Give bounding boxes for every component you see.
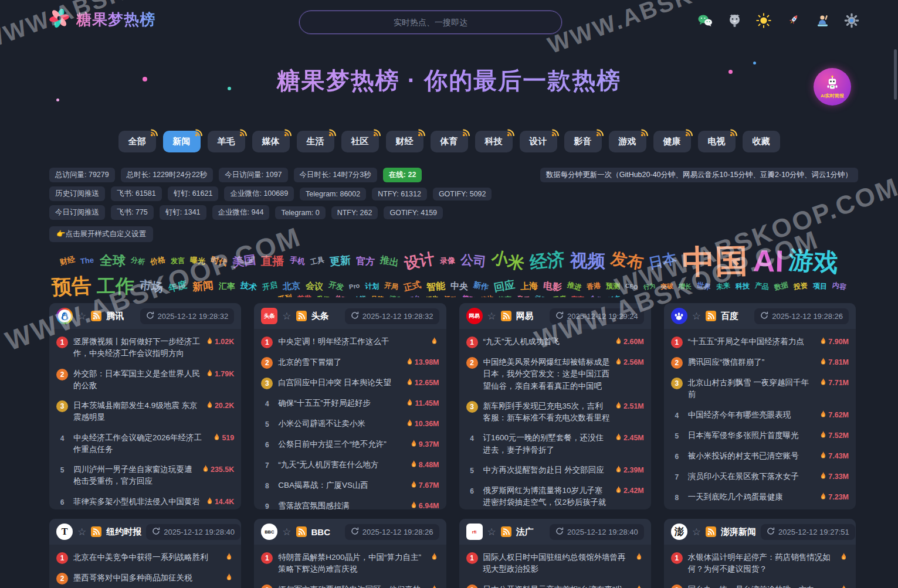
hot-list-item[interactable]: 1 中央定调！明年经济工作这么干 [261, 332, 439, 352]
wordcloud-word[interactable]: 美国 [231, 254, 256, 268]
hot-list-item[interactable]: 8 CBA揭幕战：广厦VS山西 7.67M [261, 475, 439, 496]
wordcloud-word[interactable]: 品牌 [371, 296, 384, 297]
hot-list-item[interactable]: 4 确保“十五五”开好局起好步 11.45M [261, 393, 439, 414]
refresh-icon[interactable] [767, 527, 775, 537]
favorite-star-icon[interactable]: ☆ [487, 527, 496, 537]
wordcloud-word[interactable]: 录像 [439, 257, 455, 265]
refresh-timestamp[interactable]: 2025-12-12 19:28:32 [140, 308, 235, 324]
wordcloud-word[interactable]: 中央 [450, 281, 469, 291]
hot-list-item[interactable]: 4 订1600元一晚的别墅套餐，还没住进去，妻子摔骨折了 2.45M [466, 428, 644, 460]
wordcloud-word[interactable]: 版本 [607, 295, 621, 297]
wordcloud-word[interactable]: 会议 [305, 281, 323, 291]
wordcloud-word[interactable]: 工具 [310, 256, 325, 266]
tab-科技[interactable]: 科技 [475, 131, 513, 152]
hot-list-item[interactable]: 5 小米公司辟谣不让卖小米 10.36M [261, 414, 439, 434]
tab-羊毛[interactable]: 羊毛 [208, 131, 245, 152]
tab-全部[interactable]: 全部 [118, 131, 156, 152]
hot-list-item[interactable]: 9 白宫的回应让日本舆论失望了 7.14M [671, 508, 849, 510]
favorite-star-icon[interactable]: ☆ [77, 311, 86, 321]
wordcloud-word[interactable]: 市场 [139, 279, 164, 293]
wordcloud-word[interactable]: 开局 [384, 282, 399, 291]
tab-游戏[interactable]: 游戏 [609, 131, 646, 152]
wordcloud-word[interactable]: 推出 [379, 255, 399, 267]
wordcloud-word[interactable]: 首发 [297, 295, 311, 297]
wordcloud-word[interactable]: 更新 [329, 256, 351, 267]
hot-list-item[interactable]: 2 墨西哥将对中国多种商品加征关税 [56, 568, 234, 588]
hot-list-item[interactable]: 1 北京在中美竞争中获得一系列战略胜利 [56, 548, 234, 568]
wordcloud-word[interactable]: 日本 [648, 251, 678, 270]
wordcloud-word[interactable]: 消息 [389, 295, 402, 297]
tab-生活[interactable]: 生活 [297, 131, 334, 152]
wordcloud-word[interactable]: 项目 [813, 283, 827, 290]
tab-影音[interactable]: 影音 [564, 131, 602, 152]
wordcloud-word[interactable]: 智能 [426, 281, 446, 291]
tab-设计[interactable]: 设计 [520, 131, 557, 152]
refresh-icon[interactable] [760, 311, 768, 321]
wordcloud-word[interactable]: 回应 [493, 280, 516, 293]
wordcloud-word[interactable]: Pro [348, 283, 360, 290]
wordcloud-word[interactable]: 正式 [403, 280, 422, 293]
wordcloud-word[interactable]: 预测 [606, 283, 620, 290]
wordcloud-word[interactable]: 未来 [716, 282, 730, 291]
tab-社区[interactable]: 社区 [341, 131, 379, 152]
hot-list-item[interactable]: 3 北京山村古刹飘雪 一夜穿越回千年前 7.71M [671, 373, 849, 405]
hot-list-item[interactable]: 2 缅甸军方声称要根除电诈园区，他们真的在这样做吗？ [261, 580, 439, 588]
scrollbar-thumb[interactable] [894, 49, 897, 100]
wordcloud-word[interactable]: 行为 [643, 283, 656, 290]
wordcloud-word[interactable]: 财经 [59, 256, 76, 266]
wordcloud-word[interactable]: 分析 [130, 257, 145, 266]
favorite-star-icon[interactable]: ☆ [692, 527, 701, 537]
wordcloud-word[interactable]: 投资 [793, 282, 808, 290]
hot-list-item[interactable]: 9 雪落故宫氛围感拉满 6.94M [261, 496, 439, 509]
wordcloud-word[interactable]: 视频 [570, 253, 605, 270]
wordcloud-word[interactable]: 技术 [240, 281, 257, 291]
wordcloud-word[interactable]: 功能 [353, 295, 366, 297]
wordcloud-word[interactable]: 价格 [150, 256, 166, 266]
hot-list-item[interactable]: 1 “十五五”开局之年中国经济着力点 7.90M [671, 332, 849, 352]
wordcloud-word[interactable]: 汽车 [498, 296, 511, 297]
hot-list-item[interactable]: 3 日本茨城县南部发生4.9级地震 东京震感明显 20.2K [56, 396, 234, 428]
hot-list-item[interactable]: 2 中国绝美风景外网爆红却被错标成是日本，我外交官发文：这是中国江西望仙谷，亲自… [466, 352, 644, 396]
hot-list-item[interactable]: 3 白宫回应中日冲突 日本舆论失望 12.65M [261, 373, 439, 393]
hot-list-item[interactable]: 7 演员印小天在景区救下落水女子 7.33M [671, 467, 849, 487]
wechat-icon[interactable] [697, 13, 713, 28]
refresh-timestamp[interactable]: 2025-12-12 19:28:32 [345, 308, 439, 324]
search-input[interactable] [299, 11, 562, 34]
wordcloud-word[interactable]: 体验 [334, 295, 348, 297]
wordcloud-word[interactable]: 内容 [832, 282, 847, 291]
wordcloud-word[interactable]: 科技 [736, 283, 750, 290]
site-logo[interactable]: 糖果梦热榜 [49, 8, 155, 30]
wordcloud-word[interactable]: 汇率 [219, 282, 235, 290]
wordcloud-word[interactable]: 世界 [696, 281, 711, 291]
hot-list-item[interactable]: 1 竖屏微视频丨如何做好下一步经济工作，中央经济工作会议指明方向 1.02K [56, 332, 234, 364]
sun-theme-icon[interactable] [756, 13, 771, 28]
wordcloud-word[interactable]: 工作 [97, 277, 134, 295]
hot-list-item[interactable]: 8 一天到底吃几个鸡蛋最健康 7.23M [671, 487, 849, 508]
tab-财经[interactable]: 财经 [386, 131, 423, 152]
wordcloud-word[interactable]: 计划 [365, 283, 379, 290]
hot-list-item[interactable]: 2 日本公开资料显示高市首相“台湾有事”发言为自己临场发挥 [466, 580, 644, 588]
rss-feed-icon[interactable] [91, 526, 101, 537]
wordcloud-word[interactable]: AI [753, 246, 784, 276]
person-raising-hand-icon[interactable] [815, 13, 830, 28]
wordcloud-word[interactable]: 音乐 [516, 295, 530, 297]
hot-list-item[interactable]: 2 腾讯回应“微信群崩了” 7.81M [671, 352, 849, 373]
wordcloud-word[interactable]: 芯片 [480, 295, 493, 297]
hot-list-item[interactable]: 3 新车刚到手发现已充电35次，吉利客服：新车标准不看充电次数看里程 2.51M [466, 396, 644, 429]
wordcloud-word[interactable]: 发布 [609, 251, 644, 271]
wordcloud-word[interactable]: 推进 [567, 281, 582, 291]
wordcloud-word[interactable]: 直播 [261, 256, 284, 267]
wordcloud-word[interactable]: 突破 [660, 283, 674, 290]
wordcloud-word[interactable]: 时代 [209, 256, 227, 267]
wordcloud-word[interactable]: 经济 [528, 251, 565, 272]
wordcloud-word[interactable]: 年度 [168, 280, 188, 293]
rss-feed-icon[interactable] [91, 311, 101, 321]
wordcloud-word[interactable]: 曝光 [189, 257, 205, 266]
ai-briefing-button[interactable]: AI实时简报 [814, 68, 851, 106]
tab-媒体[interactable]: 媒体 [252, 131, 290, 152]
hot-list-item[interactable]: 2 国台办：统一是台湾前途的唯一方向 [671, 580, 849, 588]
hot-list-item[interactable]: 1 “九天”无人机成功首飞 2.60M [466, 332, 644, 352]
refresh-timestamp[interactable]: 2025-12-12 19:28:40 [550, 524, 644, 540]
hot-list-item[interactable]: 7 “九天”无人机厉害在什么地方 8.48M [261, 455, 439, 475]
refresh-timestamp[interactable]: 2025-12-12 19:27:51 [761, 524, 855, 540]
